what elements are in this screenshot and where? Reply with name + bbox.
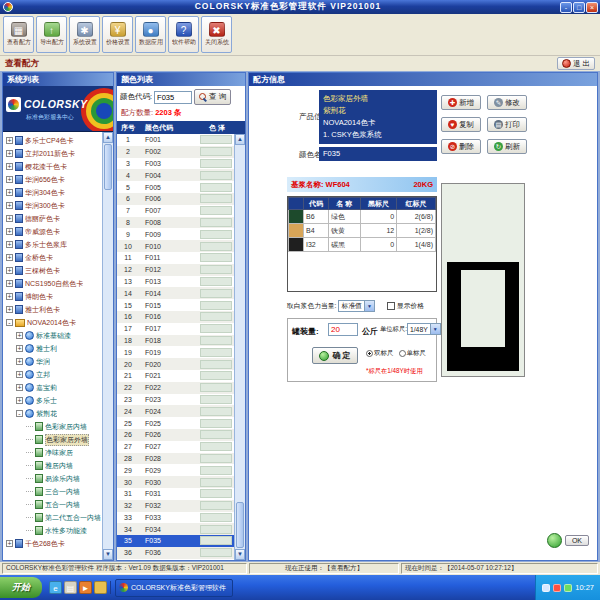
tree-toggle-icon[interactable]: + [16,371,23,378]
search-button[interactable]: 查 询 [194,89,231,105]
tree-item[interactable]: +多乐士色浆库 [3,238,102,251]
color-row[interactable]: 18F018 [117,335,234,347]
toolbar-button[interactable]: ●数据应用 [135,16,166,53]
tree-scrollbar[interactable]: ▲ ▼ [102,132,113,560]
tree-item[interactable]: +华润656色卡 [3,173,102,186]
tree-item[interactable]: 色彩家居外墙 [3,433,102,446]
tree-item[interactable]: -NOVA2014色卡 [3,316,102,329]
action-button[interactable]: ⊘删除 [441,139,481,154]
scroll-down-icon[interactable]: ▼ [235,549,245,560]
color-row[interactable]: 14F014 [117,287,234,299]
tree-item[interactable]: +华润304色卡 [3,186,102,199]
color-row[interactable]: 28F028 [117,453,234,465]
tree-item[interactable]: 色彩家居内墙 [3,420,102,433]
tree-toggle-icon[interactable]: + [6,176,13,183]
color-row[interactable]: 3F003 [117,158,234,170]
color-row[interactable]: 20F020 [117,358,234,370]
color-row[interactable]: 36F036 [117,547,234,559]
tree-item[interactable]: 易涂乐内墙 [3,472,102,485]
tree-toggle-icon[interactable]: + [6,540,13,547]
color-row[interactable]: 12F012 [117,264,234,276]
scroll-thumb[interactable] [236,502,244,548]
color-row[interactable]: 29F029 [117,464,234,476]
action-button[interactable]: ↻刷新 [487,139,527,154]
tree-toggle-icon[interactable]: + [16,358,23,365]
tree-toggle-icon[interactable]: - [16,410,23,417]
tree-toggle-icon[interactable]: + [16,332,23,339]
tree-item[interactable]: +立邦 [3,368,102,381]
show-desktop-icon[interactable]: ▤ [64,581,77,594]
scroll-up-icon[interactable]: ▲ [235,134,245,145]
color-row[interactable]: 25F025 [117,417,234,429]
color-row[interactable]: 13F013 [117,276,234,288]
taskbar-task-button[interactable]: COLORSKY标准色彩管理软件 [115,579,233,597]
color-row[interactable]: 1F001 [117,134,234,146]
toolbar-button[interactable]: ?软件帮助 [168,16,199,53]
tree-item[interactable]: +金桥色卡 [3,251,102,264]
color-row[interactable]: 10F010 [117,240,234,252]
color-row[interactable]: 15F015 [117,299,234,311]
tree-item[interactable]: 第二代五合一内墙 [3,511,102,524]
scroll-down-icon[interactable]: ▼ [103,549,113,560]
antivirus-icon[interactable] [553,584,561,592]
chevron-down-icon[interactable] [430,324,440,334]
action-button[interactable]: ✎修改 [487,95,527,110]
confirm-button[interactable]: 确 定 [312,347,358,364]
color-row[interactable]: 33F033 [117,512,234,524]
tree-item[interactable]: 五合一内墙 [3,498,102,511]
chevron-down-icon[interactable] [364,301,374,311]
tree-item[interactable]: +华润 [3,355,102,368]
tree-item[interactable]: +雅士利 [3,342,102,355]
color-list-scrollbar[interactable]: ▲ ▼ [234,134,245,560]
toolbar-button[interactable]: ¥价格设置 [102,16,133,53]
tree-toggle-icon[interactable]: - [6,319,13,326]
color-row[interactable]: 5F005 [117,181,234,193]
color-row[interactable]: 24F024 [117,405,234,417]
tree-item[interactable]: 水性多功能漆 [3,524,102,537]
color-row[interactable]: 8F008 [117,217,234,229]
color-row[interactable]: 17F017 [117,323,234,335]
radio-单标尺[interactable]: 单标尺 [399,349,427,358]
color-row[interactable]: 22F022 [117,382,234,394]
ie-icon[interactable]: e [49,581,62,594]
tree-toggle-icon[interactable]: + [6,228,13,235]
color-row[interactable]: 21F021 [117,370,234,382]
equivalent-select[interactable]: 标准值 [338,300,374,312]
tree-toggle-icon[interactable]: + [6,267,13,274]
tree-item[interactable]: +华润300色卡 [3,199,102,212]
close-button[interactable]: × [586,2,598,13]
tree-item[interactable]: +NCS1950自然色卡 [3,277,102,290]
color-row[interactable]: 31F031 [117,488,234,500]
tree-toggle-icon[interactable]: + [6,280,13,287]
color-row[interactable]: 26F026 [117,429,234,441]
scroll-up-icon[interactable]: ▲ [103,132,113,143]
action-button[interactable]: ✚新增 [441,95,481,110]
color-row[interactable]: 9F009 [117,228,234,240]
color-row[interactable]: 30F030 [117,476,234,488]
tree-toggle-icon[interactable]: + [6,293,13,300]
tree-item[interactable]: +德丽萨色卡 [3,212,102,225]
color-row[interactable]: 32F032 [117,500,234,512]
color-row[interactable]: 6F006 [117,193,234,205]
toolbar-button[interactable]: ↑导出配方 [36,16,67,53]
tree-toggle-icon[interactable]: + [16,397,23,404]
tree-item[interactable]: +樱花漆千色卡 [3,160,102,173]
tree-item[interactable]: 净味家居 [3,446,102,459]
fill-amount-input[interactable] [328,323,358,336]
toolbar-button[interactable]: ▦查看配方 [3,16,34,53]
ok-button[interactable]: OK [565,535,589,546]
color-row[interactable]: 34F034 [117,523,234,535]
color-row[interactable]: 35F035 [117,535,234,547]
unit-scale-select[interactable]: 1/48Y [407,323,441,335]
tree-item[interactable]: +标准基础漆 [3,329,102,342]
toolbar-button[interactable]: ✖关闭系统 [201,16,232,53]
tree-item[interactable]: -紫荆花 [3,407,102,420]
tree-toggle-icon[interactable]: + [6,241,13,248]
tree-toggle-icon[interactable]: + [6,215,13,222]
color-row[interactable]: 16F016 [117,311,234,323]
minimize-button[interactable]: - [560,2,572,13]
radio-双标尺[interactable]: 双标尺 [366,349,394,358]
tree-item[interactable]: +三棵树色卡 [3,264,102,277]
tree-toggle-icon[interactable]: + [16,345,23,352]
exit-button[interactable]: 退 出 [557,57,595,70]
